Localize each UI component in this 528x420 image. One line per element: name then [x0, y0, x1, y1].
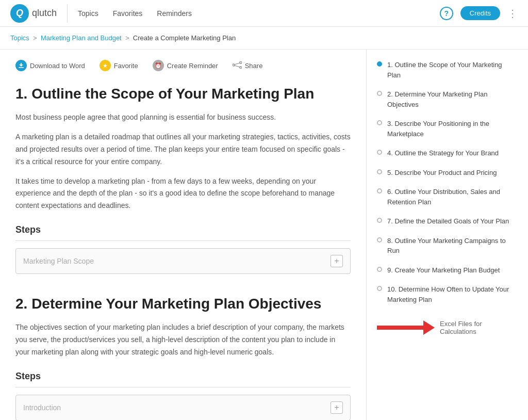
more-menu-icon[interactable]: ⋮: [507, 7, 518, 20]
sidebar-dot-8: [377, 237, 382, 243]
sidebar-item-text-6: 6. Outline Your Distribution, Sales and …: [387, 187, 516, 207]
sidebar-item-1[interactable]: 1. Outline the Scope of Your Marketing P…: [377, 60, 516, 80]
reminder-label: Create Reminder: [167, 62, 218, 70]
sidebar-item-8[interactable]: 8. Outline Your Marketing Campaigns to R…: [377, 236, 516, 256]
sidebar-item-text-7: 7. Define the Detailed Goals of Your Pla…: [387, 216, 509, 227]
sidebar-dot-10: [377, 286, 382, 291]
section-2-add-step-button[interactable]: +: [331, 401, 343, 414]
section-1-steps-label: Steps: [15, 224, 351, 235]
arrow-label: Excel Files for Calculations: [440, 320, 516, 335]
section-1: 1. Outline the Scope of Your Marketing P…: [15, 85, 351, 274]
section-2-step-placeholder: Introduction: [23, 403, 61, 412]
logo-icon: Q: [10, 4, 29, 23]
section-2-para-1: The objectives section of your marketing…: [15, 321, 351, 358]
share-icon: [233, 61, 242, 70]
sidebar-item-text-5: 5. Describe Your Product and Pricing: [387, 168, 497, 178]
sidebar-item-3[interactable]: 3. Describe Your Positioning in the Mark…: [377, 119, 516, 139]
sidebar-item-2[interactable]: 2. Determine Your Marketing Plan Objecti…: [377, 89, 516, 109]
breadcrumb-current: Create a Complete Marketing Plan: [133, 34, 236, 42]
breadcrumb: Topics > Marketing Plan and Budget > Cre…: [0, 27, 528, 50]
create-reminder-button[interactable]: ⏰ Create Reminder: [153, 60, 218, 71]
section-2: 2. Determine Your Marketing Plan Objecti…: [15, 295, 351, 420]
sidebar-item-text-4: 4. Outline the Strategy for Your Brand: [387, 148, 499, 158]
sidebar-item-4[interactable]: 4. Outline the Strategy for Your Brand: [377, 148, 516, 158]
section-2-steps-label: Steps: [15, 371, 351, 382]
section-1-step-row: Marketing Plan Scope +: [15, 248, 351, 274]
sidebar-dot-1: [377, 61, 382, 67]
svg-point-2: [240, 61, 242, 63]
sidebar-item-text-2: 2. Determine Your Marketing Plan Objecti…: [387, 89, 516, 109]
section-1-add-step-button[interactable]: +: [331, 255, 343, 267]
excel-annotation: Excel Files for Calculations: [377, 315, 516, 335]
nav-favorites[interactable]: Favorites: [113, 9, 143, 18]
sidebar-item-text-8: 8. Outline Your Marketing Campaigns to R…: [387, 236, 516, 256]
sidebar-item-10[interactable]: 10. Determine How Often to Update Your M…: [377, 284, 516, 304]
sidebar-item-text-10: 10. Determine How Often to Update Your M…: [387, 284, 516, 304]
download-icon: [15, 60, 27, 71]
sidebar-dot-3: [377, 120, 382, 125]
favorite-button[interactable]: ★ Favorite: [100, 60, 138, 71]
section-1-title: 1. Outline the Scope of Your Marketing P…: [15, 85, 351, 103]
nav-reminders[interactable]: Reminders: [157, 9, 192, 18]
favorite-label: Favorite: [114, 62, 138, 70]
section-1-para-1: Most business people agree that good pla…: [15, 111, 351, 124]
svg-point-1: [233, 64, 235, 66]
main-nav: Topics Favorites Reminders: [78, 9, 440, 18]
sidebar-item-5[interactable]: 5. Describe Your Product and Pricing: [377, 168, 516, 178]
header-right: ? Credits ⋮: [440, 6, 518, 20]
sidebar-nav: 1. Outline the Scope of Your Marketing P…: [377, 60, 516, 304]
sidebar-dot-7: [377, 218, 382, 223]
svg-line-4: [235, 63, 240, 64]
sidebar-dot-9: [377, 267, 382, 272]
sidebar: 1. Outline the Scope of Your Marketing P…: [366, 50, 526, 420]
content-area: Download to Word ★ Favorite ⏰ Create Rem…: [0, 50, 366, 420]
section-1-para-3: It takes time to develop a marketing pla…: [15, 175, 351, 212]
sidebar-item-9[interactable]: 9. Create Your Marketing Plan Budget: [377, 265, 516, 276]
sidebar-item-6[interactable]: 6. Outline Your Distribution, Sales and …: [377, 187, 516, 207]
logo-area: Q qlutch: [10, 4, 68, 23]
logo-text: qlutch: [32, 8, 57, 19]
favorite-icon: ★: [100, 60, 111, 71]
download-word-button[interactable]: Download to Word: [15, 60, 85, 71]
help-button[interactable]: ?: [440, 7, 453, 20]
svg-line-5: [235, 66, 240, 67]
download-label: Download to Word: [30, 62, 85, 70]
breadcrumb-marketing-plan[interactable]: Marketing Plan and Budget: [41, 34, 122, 42]
sidebar-dot-6: [377, 188, 382, 193]
action-toolbar: Download to Word ★ Favorite ⏰ Create Rem…: [15, 60, 351, 79]
reminder-icon: ⏰: [153, 60, 164, 71]
nav-topics[interactable]: Topics: [78, 9, 98, 18]
sidebar-dot-5: [377, 169, 382, 174]
steps-divider: [15, 240, 351, 241]
section-1-para-2: A marketing plan is a detailed roadmap t…: [15, 131, 351, 168]
breadcrumb-topics[interactable]: Topics: [10, 34, 29, 42]
share-button[interactable]: Share: [233, 61, 263, 70]
sidebar-item-text-3: 3. Describe Your Positioning in the Mark…: [387, 119, 516, 139]
share-label: Share: [245, 62, 263, 70]
sidebar-item-7[interactable]: 7. Define the Detailed Goals of Your Pla…: [377, 216, 516, 227]
sidebar-dot-4: [377, 150, 382, 155]
arrow-icon: [377, 320, 435, 335]
sidebar-item-text-9: 9. Create Your Marketing Plan Budget: [387, 265, 500, 276]
svg-rect-0: [19, 67, 24, 68]
steps-divider-2: [15, 387, 351, 387]
svg-point-3: [240, 67, 242, 69]
credits-button[interactable]: Credits: [460, 6, 500, 20]
sidebar-item-text-1: 1. Outline the Scope of Your Marketing P…: [387, 60, 516, 80]
section-2-step-row: Introduction +: [15, 395, 351, 420]
header: Q qlutch Topics Favorites Reminders ? Cr…: [0, 0, 528, 27]
sidebar-dot-2: [377, 91, 382, 96]
section-1-step-placeholder: Marketing Plan Scope: [23, 257, 94, 265]
section-2-title: 2. Determine Your Marketing Plan Objecti…: [15, 295, 351, 313]
main-layout: Download to Word ★ Favorite ⏰ Create Rem…: [0, 50, 528, 420]
